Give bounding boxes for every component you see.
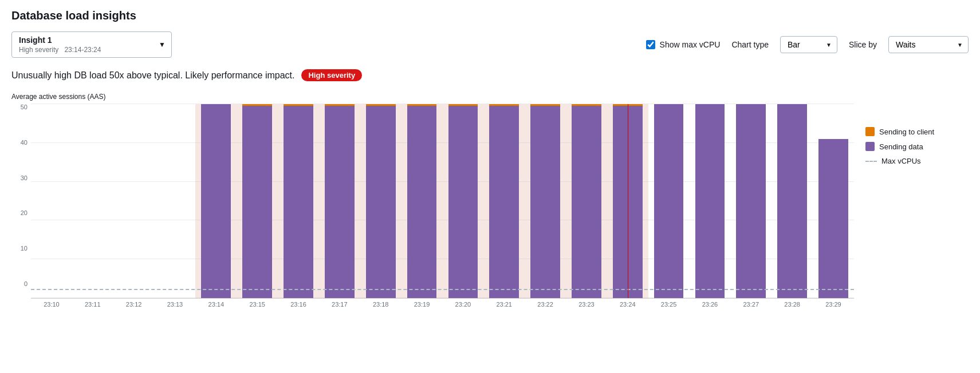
insight-text: Unusually high DB load 50x above typical… — [11, 70, 294, 81]
bar-slot-17 — [730, 104, 772, 298]
y-tick-50: 50 — [21, 104, 27, 110]
bar-slot-11 — [483, 104, 525, 298]
bar-slot-15 — [648, 104, 690, 298]
x-label-10: 23:20 — [442, 301, 483, 308]
chart-area: Average active sessions (AAS) 0 10 20 30… — [11, 93, 969, 308]
bar-data-16 — [695, 104, 725, 298]
x-label-14: 23:24 — [607, 301, 648, 308]
bar-data-9 — [407, 106, 437, 298]
bar-data-8 — [366, 106, 396, 298]
x-label-4: 23:14 — [195, 301, 237, 308]
bar-slot-1 — [72, 104, 113, 298]
y-tick-30: 30 — [21, 175, 27, 181]
bar-data-4 — [201, 104, 231, 298]
bar-slot-8 — [360, 104, 402, 298]
bar-data-5 — [242, 106, 272, 298]
x-label-16: 23:26 — [690, 301, 731, 308]
insight-sub: High severity 23:14-23:24 — [19, 46, 151, 54]
insight-name: Insight 1 — [19, 35, 151, 45]
x-label-18: 23:28 — [772, 301, 813, 308]
x-label-1: 23:11 — [72, 301, 113, 308]
x-labels: 23:1023:1123:1223:1323:1423:1523:1623:17… — [31, 301, 854, 308]
bar-slot-12 — [525, 104, 566, 298]
bar-slot-14 — [607, 104, 648, 298]
bar-slot-7 — [319, 104, 360, 298]
bar-slot-5 — [237, 104, 278, 298]
chart-container: Average active sessions (AAS) 0 10 20 30… — [11, 93, 854, 308]
x-label-6: 23:16 — [278, 301, 319, 308]
legend-label-data: Sending data — [879, 142, 923, 151]
slice-by-label: Slice by — [849, 40, 877, 49]
bar-data-19 — [818, 139, 848, 298]
bar-slot-6 — [278, 104, 319, 298]
x-label-9: 23:19 — [402, 301, 443, 308]
bar-data-15 — [654, 104, 684, 298]
legend-label-vcpu: Max vCPUs — [881, 157, 921, 165]
chart-legend: Sending to client Sending data Max vCPUs — [865, 93, 969, 165]
legend-color-data — [865, 142, 875, 151]
x-label-7: 23:17 — [319, 301, 360, 308]
chart-plot — [31, 104, 854, 299]
bar-data-14 — [613, 106, 643, 298]
y-tick-10: 10 — [21, 245, 27, 252]
x-label-5: 23:15 — [237, 301, 278, 308]
y-axis: 0 10 20 30 40 50 — [11, 104, 27, 299]
x-label-11: 23:21 — [483, 301, 525, 308]
bar-slot-13 — [566, 104, 607, 298]
bar-slot-9 — [402, 104, 443, 298]
chart-type-select[interactable]: Bar Line — [780, 36, 837, 53]
x-label-17: 23:27 — [730, 301, 772, 308]
bar-data-11 — [489, 106, 519, 298]
x-axis: 23:1023:1123:1223:1323:1423:1523:1623:17… — [11, 301, 854, 308]
legend-label-client: Sending to client — [879, 128, 934, 136]
y-tick-20: 20 — [21, 210, 27, 216]
bar-data-6 — [284, 106, 313, 298]
slice-by-select[interactable]: Waits SQL Hosts Users — [888, 36, 969, 53]
legend-item-vcpu: Max vCPUs — [865, 157, 969, 165]
x-label-19: 23:29 — [813, 301, 854, 308]
dropdown-arrow-icon: ▼ — [159, 41, 166, 49]
severity-badge: High severity — [301, 69, 362, 81]
show-max-vcpu-checkbox[interactable]: Show max vCPU — [646, 40, 721, 49]
bar-data-12 — [530, 106, 560, 298]
bar-data-17 — [736, 104, 766, 298]
bar-data-7 — [325, 106, 355, 298]
page-title: Database load insights — [11, 9, 969, 22]
bar-slot-19 — [813, 104, 854, 298]
chart-type-label: Chart type — [731, 40, 769, 49]
bars-row — [31, 104, 854, 298]
bar-slot-10 — [442, 104, 483, 298]
x-label-3: 23:13 — [155, 301, 196, 308]
bar-data-13 — [572, 106, 601, 298]
legend-dashed-vcpu — [865, 161, 877, 162]
legend-item-client: Sending to client — [865, 127, 969, 136]
chart-type-wrapper[interactable]: Bar Line — [780, 36, 837, 53]
bar-slot-16 — [690, 104, 731, 298]
legend-item-data: Sending data — [865, 142, 969, 151]
bar-slot-18 — [772, 104, 813, 298]
x-label-12: 23:22 — [525, 301, 566, 308]
bar-slot-2 — [113, 104, 155, 298]
x-label-15: 23:25 — [648, 301, 690, 308]
show-max-vcpu-label: Show max vCPU — [660, 40, 721, 49]
x-label-8: 23:18 — [360, 301, 402, 308]
bar-slot-4 — [195, 104, 237, 298]
x-label-13: 23:23 — [566, 301, 607, 308]
y-tick-0: 0 — [24, 281, 27, 287]
legend-color-client — [865, 127, 875, 136]
bar-data-10 — [448, 106, 478, 298]
bar-slot-0 — [31, 104, 72, 298]
chart-y-axis-label: Average active sessions (AAS) — [11, 93, 854, 101]
bar-data-18 — [777, 104, 807, 298]
slice-by-wrapper[interactable]: Waits SQL Hosts Users — [888, 36, 969, 53]
insight-message: Unusually high DB load 50x above typical… — [11, 69, 969, 81]
y-tick-40: 40 — [21, 140, 27, 146]
x-label-2: 23:12 — [113, 301, 155, 308]
insight-dropdown[interactable]: Insight 1 High severity 23:14-23:24 ▼ — [11, 31, 172, 58]
bar-slot-3 — [155, 104, 196, 298]
x-label-0: 23:10 — [31, 301, 72, 308]
show-max-vcpu-input[interactable] — [646, 40, 655, 49]
